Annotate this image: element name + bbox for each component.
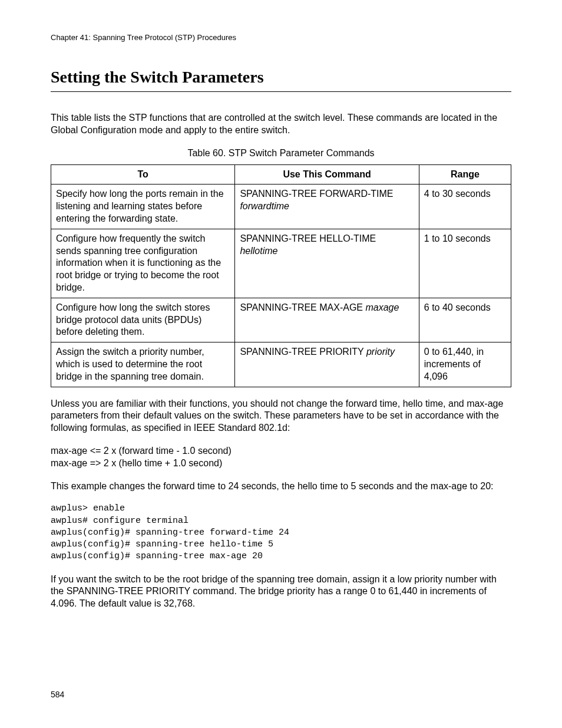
- formula-line: max-age <= 2 x (forward time - 1.0 secon…: [51, 445, 511, 457]
- page-number: 584: [51, 689, 64, 700]
- code-block: awplus> enable awplus# configure termina…: [51, 503, 511, 562]
- table-cell-command: SPANNING-TREE MAX-AGE maxage: [235, 298, 419, 342]
- code-line: awplus(config)# spanning-tree forward-ti…: [51, 528, 289, 538]
- chapter-header: Chapter 41: Spanning Tree Protocol (STP)…: [51, 33, 511, 43]
- closing-paragraph: If you want the switch to be the root br…: [51, 574, 511, 610]
- table-cell-command: SPANNING-TREE HELLO-TIME hellotime: [235, 229, 419, 298]
- after-table-paragraph: Unless you are familiar with their funct…: [51, 398, 511, 434]
- table-row: Specify how long the ports remain in the…: [51, 185, 511, 229]
- table-cell-to: Configure how frequently the switch send…: [51, 229, 235, 298]
- table-cell-range: 4 to 30 seconds: [419, 185, 511, 229]
- intro-paragraph: This table lists the STP functions that …: [51, 112, 511, 137]
- table-row: Configure how frequently the switch send…: [51, 229, 511, 298]
- table-cell-to: Configure how long the switch stores bri…: [51, 298, 235, 342]
- table-header-command: Use This Command: [235, 164, 419, 185]
- document-page: Chapter 41: Spanning Tree Protocol (STP)…: [0, 0, 562, 728]
- table-cell-range: 1 to 10 seconds: [419, 229, 511, 298]
- example-intro: This example changes the forward time to…: [51, 480, 511, 493]
- title-rule: [51, 91, 511, 92]
- table-cell-command: SPANNING-TREE PRIORITY priority: [235, 342, 419, 387]
- table-cell-range: 6 to 40 seconds: [419, 298, 511, 342]
- command-name: SPANNING-TREE PRIORITY: [240, 347, 363, 357]
- command-param: forwardtime: [240, 201, 289, 211]
- table-caption: Table 60. STP Switch Parameter Commands: [51, 147, 511, 160]
- table-row: Assign the switch a priority number, whi…: [51, 342, 511, 387]
- code-line: awplus> enable: [51, 503, 125, 513]
- table-header-range: Range: [419, 164, 511, 185]
- command-name: SPANNING-TREE HELLO-TIME: [240, 233, 376, 243]
- command-param: priority: [366, 347, 395, 357]
- table-row: Configure how long the switch stores bri…: [51, 298, 511, 342]
- table-header-row: To Use This Command Range: [51, 164, 511, 185]
- table-cell-range: 0 to 61,440, in increments of 4,096: [419, 342, 511, 387]
- command-name: SPANNING-TREE MAX-AGE: [240, 302, 363, 312]
- formula-block: max-age <= 2 x (forward time - 1.0 secon…: [51, 445, 511, 470]
- code-line: awplus(config)# spanning-tree max-age 20: [51, 551, 263, 561]
- code-line: awplus# configure terminal: [51, 516, 189, 526]
- command-name: SPANNING-TREE FORWARD-TIME: [240, 189, 393, 199]
- section-title: Setting the Switch Parameters: [51, 67, 511, 88]
- command-param: maxage: [365, 302, 399, 312]
- table-cell-command: SPANNING-TREE FORWARD-TIME forwardtime: [235, 185, 419, 229]
- command-param: hellotime: [240, 246, 277, 256]
- stp-parameters-table: To Use This Command Range Specify how lo…: [51, 164, 511, 387]
- formula-line: max-age => 2 x (hello time + 1.0 second): [51, 457, 511, 470]
- table-header-to: To: [51, 164, 235, 185]
- table-cell-to: Specify how long the ports remain in the…: [51, 185, 235, 229]
- table-cell-to: Assign the switch a priority number, whi…: [51, 342, 235, 387]
- code-line: awplus(config)# spanning-tree hello-time…: [51, 539, 273, 549]
